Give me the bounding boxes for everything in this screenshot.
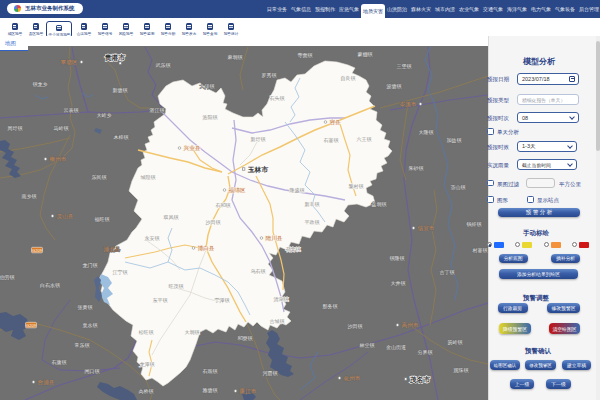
svg-text:龙潭镇: 龙潭镇 bbox=[140, 361, 155, 368]
svg-text:陆川县: 陆川县 bbox=[266, 235, 283, 241]
svg-text:三堡镇: 三堡镇 bbox=[397, 63, 412, 69]
svg-text:乐民镇: 乐民镇 bbox=[92, 174, 107, 180]
svg-text:波塘镇: 波塘镇 bbox=[386, 83, 402, 90]
svg-text:周圩镇: 周圩镇 bbox=[8, 125, 23, 131]
svg-text:福绵区: 福绵区 bbox=[229, 187, 246, 194]
svg-text:化州市: 化州市 bbox=[344, 375, 361, 382]
svg-text:隆盛镇: 隆盛镇 bbox=[290, 187, 305, 193]
svg-text:村寨镇: 村寨镇 bbox=[472, 247, 488, 254]
svg-text:松旺镇: 松旺镇 bbox=[139, 329, 154, 335]
svg-text:信宜市: 信宜市 bbox=[418, 225, 435, 232]
svg-text:兴业县: 兴业县 bbox=[184, 145, 201, 151]
svg-text:大洋镇: 大洋镇 bbox=[200, 83, 215, 90]
svg-text:石窝镇: 石窝镇 bbox=[286, 246, 301, 253]
svg-text:石和镇: 石和镇 bbox=[216, 202, 231, 209]
svg-text:湛江镇: 湛江镇 bbox=[149, 107, 165, 114]
svg-text:龙门镇: 龙门镇 bbox=[83, 262, 98, 268]
svg-text:河唇镇: 河唇镇 bbox=[263, 370, 278, 377]
svg-text:观珠镇: 观珠镇 bbox=[454, 367, 469, 374]
svg-text:高桥镇: 高桥镇 bbox=[139, 388, 154, 394]
svg-text:廉江市: 廉江市 bbox=[240, 388, 257, 395]
svg-text:黎村镇: 黎村镇 bbox=[349, 183, 364, 190]
svg-text:双凤镇: 双凤镇 bbox=[164, 214, 179, 220]
svg-text:寺面镇: 寺面镇 bbox=[298, 52, 313, 59]
svg-text:新塘镇: 新塘镇 bbox=[113, 87, 128, 93]
svg-text:笏岭镇: 笏岭镇 bbox=[448, 339, 463, 345]
svg-text:贵港市: 贵港市 bbox=[104, 53, 126, 62]
svg-text:G209: G209 bbox=[32, 248, 43, 253]
svg-text:林尘镇: 林尘镇 bbox=[359, 342, 375, 348]
svg-text:那务镇: 那务镇 bbox=[323, 303, 338, 310]
svg-text:石颈镇: 石颈镇 bbox=[203, 368, 218, 375]
svg-text:古城镇: 古城镇 bbox=[270, 318, 285, 324]
svg-text:浦北县: 浦北县 bbox=[104, 246, 121, 253]
svg-text:G209: G209 bbox=[26, 323, 37, 328]
svg-text:大垌镇: 大垌镇 bbox=[185, 329, 200, 335]
svg-text:博白县: 博白县 bbox=[198, 245, 215, 251]
svg-text:福旺镇: 福旺镇 bbox=[95, 216, 110, 223]
svg-text:六王镇: 六王镇 bbox=[357, 136, 372, 142]
svg-text:金山街道: 金山街道 bbox=[386, 344, 406, 351]
svg-text:武乐镇: 武乐镇 bbox=[156, 62, 171, 68]
svg-text:茶山镇: 茶山镇 bbox=[451, 184, 466, 190]
svg-text:木梓镇: 木梓镇 bbox=[114, 134, 129, 140]
svg-text:镇龙乡: 镇龙乡 bbox=[33, 81, 48, 87]
svg-text:石康镇: 石康镇 bbox=[52, 359, 67, 366]
svg-text:沙田镇: 沙田镇 bbox=[348, 323, 363, 330]
svg-text:张黄镇: 张黄镇 bbox=[78, 304, 93, 311]
svg-text:罗秀镇: 罗秀镇 bbox=[262, 72, 277, 79]
svg-text:伯劳镇: 伯劳镇 bbox=[0, 274, 15, 281]
svg-text:白石水镇: 白石水镇 bbox=[40, 282, 60, 289]
svg-text:闸口镇: 闸口镇 bbox=[85, 368, 100, 375]
svg-text:南乡镇: 南乡镇 bbox=[22, 193, 37, 199]
svg-text:大岭乡: 大岭乡 bbox=[97, 112, 112, 118]
svg-text:乌石镇: 乌石镇 bbox=[251, 268, 266, 275]
svg-text:洛阳镇: 洛阳镇 bbox=[203, 114, 218, 121]
svg-text:高州市: 高州市 bbox=[402, 322, 419, 328]
svg-text:泉水镇: 泉水镇 bbox=[83, 322, 98, 328]
svg-text:古丁镇: 古丁镇 bbox=[440, 269, 455, 275]
svg-text:石头镇: 石头镇 bbox=[270, 95, 285, 102]
svg-text:清湖镇: 清湖镇 bbox=[274, 296, 289, 303]
svg-text:常乐镇: 常乐镇 bbox=[75, 342, 90, 348]
svg-text:宁潭镇: 宁潭镇 bbox=[215, 297, 230, 304]
svg-text:自良镇: 自良镇 bbox=[341, 75, 356, 81]
svg-text:岑溪市: 岑溪市 bbox=[400, 101, 417, 108]
svg-text:玉林市: 玉林市 bbox=[248, 165, 269, 174]
svg-text:合浦县: 合浦县 bbox=[38, 379, 55, 386]
svg-text:雅塘镇: 雅塘镇 bbox=[203, 387, 218, 394]
svg-text:石寨镇: 石寨镇 bbox=[324, 137, 339, 144]
svg-text:云表镇: 云表镇 bbox=[64, 107, 79, 113]
svg-text:加益镇: 加益镇 bbox=[447, 137, 462, 143]
svg-text:沙田镇: 沙田镇 bbox=[206, 219, 221, 226]
svg-text:马岭镇: 马岭镇 bbox=[54, 125, 69, 131]
svg-text:麻垌镇: 麻垌镇 bbox=[228, 54, 243, 60]
svg-text:大隆镇: 大隆镇 bbox=[419, 129, 434, 135]
svg-text:新丰镇: 新丰镇 bbox=[305, 201, 320, 207]
svg-text:容县: 容县 bbox=[329, 119, 341, 126]
svg-text:横州市: 横州市 bbox=[50, 156, 67, 162]
svg-text:东平镇: 东平镇 bbox=[153, 297, 168, 303]
svg-text:城隍镇: 城隍镇 bbox=[140, 174, 156, 180]
svg-text:平政镇: 平政镇 bbox=[305, 219, 320, 225]
svg-text:灵山县: 灵山县 bbox=[57, 213, 74, 220]
svg-text:蒙棚镇: 蒙棚镇 bbox=[358, 51, 373, 57]
svg-text:和寮镇: 和寮镇 bbox=[238, 335, 253, 341]
svg-text:朱砂镇: 朱砂镇 bbox=[409, 165, 424, 171]
svg-text:分界镇: 分界镇 bbox=[418, 349, 433, 355]
svg-text:覃塘区: 覃塘区 bbox=[61, 59, 78, 66]
svg-text:大井镇: 大井镇 bbox=[391, 280, 406, 286]
svg-text:永安镇: 永安镇 bbox=[145, 235, 160, 241]
svg-text:盘垌镇: 盘垌镇 bbox=[372, 201, 387, 207]
svg-text:新圩镇: 新圩镇 bbox=[251, 136, 266, 142]
svg-text:钱排镇: 钱排镇 bbox=[467, 221, 482, 227]
svg-text:镇隆镇: 镇隆镇 bbox=[390, 255, 405, 261]
svg-text:旺茂镇: 旺茂镇 bbox=[169, 283, 184, 289]
svg-text:茂名市: 茂名市 bbox=[409, 375, 431, 384]
svg-text:江宁镇: 江宁镇 bbox=[113, 269, 128, 276]
